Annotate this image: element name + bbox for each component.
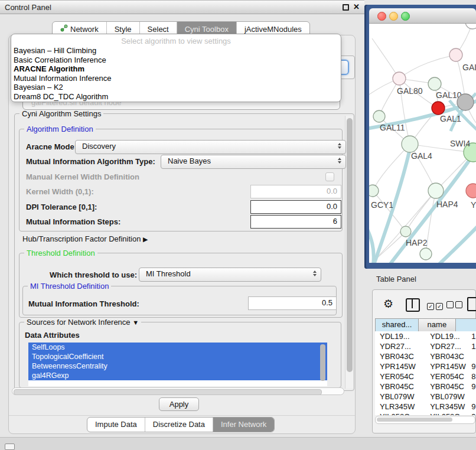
algorithm-option[interactable]: Mutual Information Inference bbox=[11, 74, 341, 83]
network-node[interactable] bbox=[466, 184, 476, 198]
network-node-label: GAL4 bbox=[411, 151, 432, 161]
network-node-label: GAL bbox=[462, 63, 476, 72]
dropdown-placeholder: Select algorithm to view settings bbox=[11, 36, 341, 46]
attribute-list-item[interactable]: TopologicalCoefficient bbox=[28, 352, 327, 361]
table-cell: YDL19... bbox=[375, 331, 425, 341]
table-panel-title: Table Panel bbox=[376, 275, 416, 283]
algorithm-option[interactable]: Basic Correlation Inference bbox=[11, 56, 341, 65]
table-rows: YDL19...YDL19...13YDR27...YDR27...12YBR0… bbox=[375, 331, 476, 415]
network-window-titlebar[interactable] bbox=[369, 8, 476, 24]
columns-icon[interactable] bbox=[406, 298, 420, 312]
data-attributes-label: Data Attributes bbox=[25, 331, 80, 340]
network-node[interactable] bbox=[465, 24, 476, 29]
tab-infer-network[interactable]: Infer Network bbox=[213, 418, 274, 432]
float-window-icon[interactable] bbox=[343, 4, 349, 11]
settings-horizontal-scrollbar[interactable] bbox=[12, 387, 344, 395]
collapse-arrow-icon[interactable]: ▶ bbox=[143, 236, 148, 243]
column-header-name[interactable]: name bbox=[419, 318, 456, 332]
table-row[interactable]: YER054CYER054C8. bbox=[375, 371, 476, 381]
algorithm-option[interactable]: ARACNE Algorithm bbox=[11, 64, 341, 74]
tab-discretize-data[interactable]: Discretize Data bbox=[145, 418, 213, 432]
expand-arrow-icon[interactable]: ▼ bbox=[132, 319, 139, 326]
column-header-clipped[interactable] bbox=[456, 318, 476, 332]
which-threshold-combo[interactable]: MI Threshold bbox=[139, 268, 321, 282]
network-node[interactable] bbox=[449, 48, 462, 61]
aracne-mode-combo[interactable]: Discovery bbox=[75, 140, 346, 154]
close-icon[interactable]: ✕ bbox=[353, 2, 360, 11]
table-row[interactable]: YIL052CYIL052C9 bbox=[375, 412, 476, 415]
network-node[interactable] bbox=[402, 136, 418, 152]
list-scrollbar-thumb[interactable] bbox=[320, 344, 325, 381]
dpi-tolerance-label: DPI Tolerance [0,1]: bbox=[26, 203, 97, 211]
settings-vertical-scrollbar[interactable] bbox=[345, 116, 353, 389]
table-cell: YLR345W bbox=[375, 402, 425, 412]
table-row[interactable]: YDL19...YDL19...13 bbox=[375, 331, 476, 341]
algorithm-option[interactable]: Dream8 DC_TDC Algorithm bbox=[11, 92, 341, 102]
network-node[interactable] bbox=[420, 248, 432, 260]
network-node[interactable] bbox=[373, 110, 385, 122]
tab-label: Impute Data bbox=[95, 420, 137, 429]
mi-algorithm-type-label: Mutual Information Algorithm Type: bbox=[26, 157, 155, 166]
table-cell: YBL079W bbox=[425, 392, 469, 402]
apply-button[interactable]: Apply bbox=[159, 397, 199, 411]
mi-steps-field[interactable]: 6 bbox=[250, 215, 341, 229]
document-icon[interactable] bbox=[467, 297, 476, 311]
combo-arrows-icon bbox=[338, 158, 341, 164]
network-node[interactable] bbox=[428, 183, 444, 198]
mi-algorithm-type-combo[interactable]: Naive Bayes bbox=[161, 155, 346, 169]
scrollbar-thumb[interactable] bbox=[14, 389, 322, 395]
table-row[interactable]: YBL079WYBL079W bbox=[375, 392, 476, 402]
network-edge[interactable] bbox=[439, 226, 476, 263]
mi-threshold-field[interactable]: 0.5 bbox=[248, 296, 337, 310]
algorithm-option[interactable]: Bayesian – K2 bbox=[11, 83, 341, 92]
network-node[interactable] bbox=[393, 72, 406, 85]
table-row[interactable]: YPR145WYPR145W9. bbox=[375, 361, 476, 371]
close-traffic-light[interactable] bbox=[377, 12, 386, 21]
table-cell: YBR045C bbox=[425, 381, 469, 392]
table-horizontal-scrollbar[interactable] bbox=[375, 416, 475, 424]
attribute-list-item[interactable]: SelfLoops bbox=[28, 343, 327, 352]
minimize-traffic-light[interactable] bbox=[389, 12, 398, 21]
network-edge[interactable] bbox=[399, 55, 456, 79]
mi-threshold-group-title: MI Threshold Definition bbox=[28, 282, 111, 291]
algorithm-option[interactable]: Bayesian – Hill Climbing bbox=[11, 46, 341, 56]
checked-boxes-icon[interactable]: ✓✓ bbox=[427, 300, 445, 311]
table-cell: YIL052C bbox=[425, 412, 469, 415]
network-node[interactable] bbox=[400, 226, 411, 237]
network-edge[interactable] bbox=[369, 226, 374, 263]
aracne-mode-value: Discovery bbox=[82, 142, 116, 151]
table-cell: YDR27... bbox=[425, 341, 469, 351]
control-panel-titlebar: Control Panel ✕ bbox=[0, 0, 364, 14]
gear-icon[interactable]: ⚙ bbox=[383, 297, 393, 311]
network-node[interactable] bbox=[428, 77, 441, 90]
network-node[interactable] bbox=[457, 94, 474, 110]
settings-group-title: Cyni Algorithm Settings bbox=[19, 109, 103, 118]
dpi-tolerance-field[interactable]: 0.0 bbox=[250, 200, 341, 214]
mi-steps-label: Mutual Information Steps: bbox=[26, 217, 120, 226]
hub-section-row[interactable]: Hub/Transcription Factor Definition ▶ bbox=[22, 234, 148, 243]
network-canvas[interactable]: GALGAL80GAL10GAL1GAL11SWI4GAL4GCY1HAP4YH… bbox=[369, 24, 476, 263]
tab-impute-data[interactable]: Impute Data bbox=[87, 418, 145, 432]
table-cell: YPR145W bbox=[425, 361, 469, 371]
unchecked-boxes-icon[interactable] bbox=[446, 300, 464, 311]
network-node-label: GCY1 bbox=[371, 200, 393, 210]
column-header-shared-name[interactable]: shared... bbox=[375, 318, 419, 332]
scrollbar-thumb[interactable] bbox=[377, 418, 452, 422]
zoom-traffic-light[interactable] bbox=[401, 12, 410, 21]
attribute-list-item[interactable]: BetweennessCentrality bbox=[28, 361, 327, 371]
data-attributes-list[interactable]: SelfLoopsTopologicalCoefficientBetweenne… bbox=[28, 343, 327, 386]
table-cell: YER054C bbox=[425, 371, 469, 381]
table-cell: YBL079W bbox=[375, 392, 425, 402]
scrollbar-thumb[interactable] bbox=[347, 118, 353, 372]
network-node[interactable] bbox=[369, 185, 379, 197]
grip-button[interactable] bbox=[5, 444, 15, 450]
table-row[interactable]: YLR345WYLR345W9. bbox=[375, 402, 476, 412]
attribute-list-item[interactable]: gal4RGexp bbox=[28, 371, 327, 380]
table-row[interactable]: YBR045CYBR045C9. bbox=[375, 381, 476, 392]
table-row[interactable]: YDR27...YDR27...12 bbox=[375, 341, 476, 351]
manual-kernel-checkbox bbox=[325, 172, 334, 181]
table-cell: 13 bbox=[469, 331, 476, 341]
table-row[interactable]: YBR043CYBR043C bbox=[375, 351, 476, 361]
network-edge[interactable] bbox=[372, 38, 399, 79]
network-node[interactable] bbox=[432, 102, 445, 115]
